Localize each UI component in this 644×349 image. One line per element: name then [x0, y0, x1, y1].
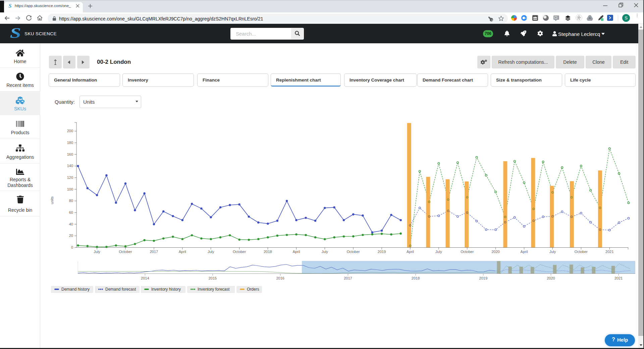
svg-text:2020: 2020 — [491, 250, 499, 254]
svg-text:40: 40 — [69, 222, 73, 226]
svg-text:20: 20 — [69, 234, 73, 238]
svg-text:April: April — [407, 250, 414, 254]
svg-text:2015: 2015 — [209, 276, 217, 280]
svg-text:0: 0 — [71, 245, 73, 249]
svg-text:2017: 2017 — [150, 250, 158, 254]
svg-text:2019: 2019 — [378, 250, 386, 254]
svg-text:60: 60 — [69, 210, 73, 214]
svg-text:units: units — [50, 196, 54, 204]
svg-text:120: 120 — [67, 176, 73, 180]
svg-text:April: April — [521, 250, 528, 254]
svg-text:October: October — [347, 250, 360, 254]
svg-text:July: July — [435, 250, 442, 254]
svg-text:2021: 2021 — [614, 276, 623, 280]
svg-text:July: July — [94, 250, 100, 254]
svg-text:April: April — [292, 250, 300, 254]
svg-text:2019: 2019 — [479, 276, 487, 280]
svg-text:180: 180 — [67, 141, 73, 145]
svg-text:100: 100 — [67, 187, 73, 191]
svg-text:2018: 2018 — [412, 276, 420, 280]
svg-text:80: 80 — [69, 199, 73, 203]
svg-text:160: 160 — [67, 152, 73, 156]
svg-text:October: October — [575, 250, 588, 254]
svg-text:April: April — [179, 250, 186, 254]
svg-text:2016: 2016 — [276, 276, 284, 280]
svg-text:2021: 2021 — [605, 250, 613, 254]
svg-text:200: 200 — [67, 129, 73, 133]
svg-text:July: July — [208, 250, 214, 254]
svg-text:October: October — [233, 250, 246, 254]
svg-text:2017: 2017 — [344, 276, 352, 280]
svg-text:2014: 2014 — [141, 276, 149, 280]
svg-text:2020: 2020 — [547, 276, 555, 280]
svg-text:July: July — [549, 250, 556, 254]
svg-text:July: July — [322, 250, 328, 254]
svg-text:140: 140 — [67, 164, 73, 168]
svg-text:2018: 2018 — [264, 250, 272, 254]
svg-text:October: October — [119, 250, 132, 254]
svg-text:October: October — [461, 250, 474, 254]
